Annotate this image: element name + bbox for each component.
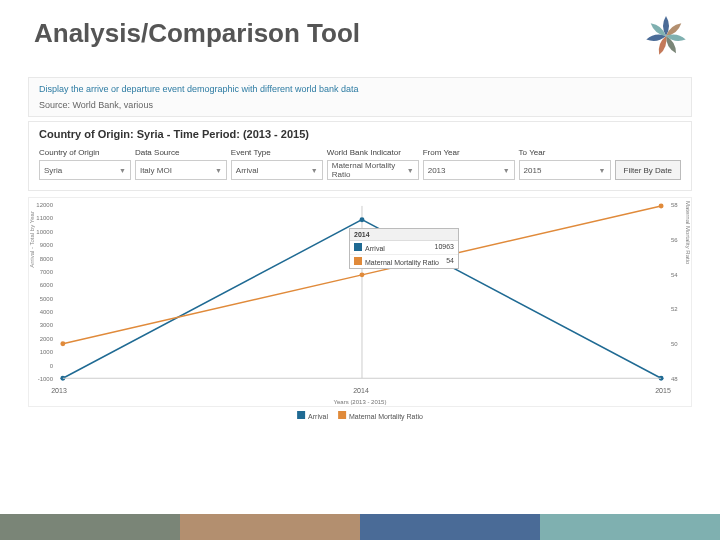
square-icon bbox=[338, 411, 346, 419]
y-axis-right-title: Maternal Mortality Ratio bbox=[685, 201, 691, 264]
filter-panel: Country of Origin: Syria - Time Period: … bbox=[28, 121, 692, 191]
square-icon bbox=[354, 257, 362, 265]
source-text: Source: World Bank, various bbox=[39, 100, 681, 110]
from-year-select[interactable]: 2013▼ bbox=[423, 160, 515, 180]
from-label: From Year bbox=[423, 148, 515, 157]
chevron-down-icon: ▼ bbox=[119, 167, 126, 174]
square-icon bbox=[354, 243, 362, 251]
svg-point-6 bbox=[659, 203, 664, 208]
chart-legend: Arrival Maternal Mortality Ratio bbox=[297, 411, 423, 420]
to-year-select[interactable]: 2015▼ bbox=[519, 160, 611, 180]
event-select[interactable]: Arrival▼ bbox=[231, 160, 323, 180]
square-icon bbox=[297, 411, 305, 419]
chevron-down-icon: ▼ bbox=[407, 167, 414, 174]
svg-point-5 bbox=[360, 272, 365, 277]
chevron-down-icon: ▼ bbox=[599, 167, 606, 174]
legend-item: Arrival bbox=[297, 411, 328, 420]
datasource-label: Data Source bbox=[135, 148, 227, 157]
logo-icon bbox=[636, 6, 696, 66]
chart-subtitle: Country of Origin: Syria - Time Period: … bbox=[39, 128, 681, 140]
event-label: Event Type bbox=[231, 148, 323, 157]
page-title: Analysis/Comparison Tool bbox=[0, 0, 720, 49]
svg-point-4 bbox=[60, 341, 65, 346]
country-label: Country of Origin bbox=[39, 148, 131, 157]
svg-point-2 bbox=[360, 217, 365, 222]
chevron-down-icon: ▼ bbox=[503, 167, 510, 174]
country-select[interactable]: Syria▼ bbox=[39, 160, 131, 180]
description-text: Display the arrive or departure event de… bbox=[39, 84, 681, 94]
to-label: To Year bbox=[519, 148, 611, 157]
chevron-down-icon: ▼ bbox=[215, 167, 222, 174]
chart-area: -100001000200030004000500060007000800090… bbox=[28, 197, 692, 407]
description-panel: Display the arrive or departure event de… bbox=[28, 77, 692, 117]
footer-stripe bbox=[0, 514, 720, 540]
indicator-select[interactable]: Maternal Mortality Ratio▼ bbox=[327, 160, 419, 180]
tooltip-year: 2014 bbox=[350, 229, 458, 241]
chevron-down-icon: ▼ bbox=[311, 167, 318, 174]
indicator-label: World Bank Indicator bbox=[327, 148, 419, 157]
datasource-select[interactable]: Italy MOI▼ bbox=[135, 160, 227, 180]
y-axis-left-title: Arrival - Total by Year bbox=[29, 211, 35, 268]
legend-item: Maternal Mortality Ratio bbox=[338, 411, 423, 420]
chart-tooltip: 2014 Arrival10963 Maternal Mortality Rat… bbox=[349, 228, 459, 269]
filter-button[interactable]: Filter By Date bbox=[615, 160, 681, 180]
x-axis-title: Years (2013 - 2015) bbox=[334, 399, 387, 405]
